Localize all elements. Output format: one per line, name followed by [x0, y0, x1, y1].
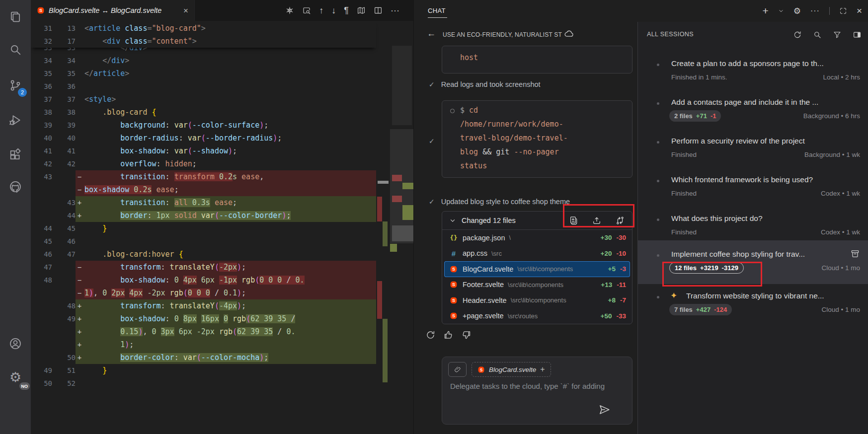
compare-changes-icon[interactable] [615, 216, 625, 225]
chat-input-box[interactable]: S BlogCard.svelte + Delegate tasks to th… [442, 357, 632, 425]
openai-icon[interactable] [285, 6, 294, 15]
send-icon[interactable] [598, 403, 611, 416]
panel-layout-icon[interactable] [853, 30, 862, 39]
more-ellipsis-icon[interactable]: ··· [810, 6, 820, 15]
refresh-icon[interactable] [425, 330, 436, 340]
deletions: -30 [616, 234, 626, 241]
activity-item-search[interactable] [0, 37, 31, 63]
session-item[interactable]: Implement coffee shop styling for trav..… [638, 240, 868, 284]
session-item[interactable]: ✦Transform website styling to vibrant ne… [638, 282, 868, 321]
code-area[interactable]: 3333 </div>3434 </div>3535</article>3636… [31, 21, 413, 434]
activity-item-source-control[interactable]: 2 [0, 72, 31, 98]
close-icon[interactable]: × [183, 6, 188, 15]
map-icon[interactable] [357, 6, 366, 15]
activity-bar: 2⚙NO [0, 0, 31, 434]
chip-file-label: BlogCard.svelte [489, 366, 536, 373]
code-row: 48+ transform: translateY(-4px); [31, 299, 413, 312]
session-dot-icon [657, 218, 659, 221]
activity-item-github[interactable] [0, 174, 31, 200]
activity-item-extensions[interactable] [0, 142, 31, 168]
additions: +20 [601, 250, 612, 257]
task-title[interactable]: USE AN ECO-FRIENDLY, NATURALIST STYLING … [443, 31, 562, 38]
code-row: 48− box-shadow: 0 4px 6px -1px rgb(0 0 0… [31, 274, 413, 287]
close-icon[interactable]: × [857, 5, 862, 16]
filter-icon[interactable] [833, 30, 842, 39]
minimap-block [392, 225, 413, 241]
code-row: 4445 } [31, 222, 413, 235]
changed-files-actions [568, 216, 625, 225]
search-icon[interactable] [813, 30, 822, 39]
attach-button[interactable] [448, 362, 467, 377]
tab-chat[interactable]: CHAT [428, 7, 446, 14]
file-row-package-json[interactable]: {}package.json\+30-30 [444, 230, 630, 246]
code-row: 49+ box-shadow: 0 8px 16px 0 rgb(62 39 3… [31, 312, 413, 325]
sticky-scroll: 3113<article class="blog-card">3217 <div… [31, 22, 376, 48]
activity-item-account[interactable] [0, 331, 31, 357]
chevron-down-icon[interactable] [449, 217, 456, 224]
github-icon [8, 180, 22, 194]
chat-input-placeholder[interactable]: Delegate tasks to the cloud, type `#` fo… [450, 382, 631, 390]
code-row: 47− transform: translateY(-2px); [31, 261, 413, 274]
session-status: Finished in 1 mins. [671, 73, 727, 81]
session-dot-icon [657, 296, 659, 298]
file-row-header-svelte[interactable]: SHeader.svelte\src\lib\components+8-7 [444, 292, 630, 308]
file-row-footer-svelte[interactable]: SFooter.svelte\src\lib\components+13-11 [444, 277, 630, 293]
deletions: -3 [620, 265, 626, 273]
code-row: 3939 background: var(--color-surface); [31, 119, 413, 132]
activity-item-run-debug[interactable] [0, 107, 31, 133]
feedback-toolbar [425, 330, 472, 340]
session-item[interactable]: Perform a security review of the project… [638, 127, 868, 166]
minimap-scrollbar[interactable] [376, 42, 413, 434]
svg-text:S: S [480, 367, 483, 372]
terminal-line: blog && git --no-pager [460, 145, 568, 159]
archive-icon[interactable] [850, 249, 860, 259]
tab-blogcard-diff[interactable]: S BlogCard.svelte ↔ BlogCard.svelte × [31, 0, 195, 21]
chevron-down-icon[interactable] [778, 8, 784, 14]
session-item[interactable]: Add a contacts page and include it in th… [638, 88, 868, 127]
diff-files-icon[interactable] [568, 216, 578, 225]
search-icon [8, 43, 22, 57]
file-row-app-css[interactable]: #app.css\src+20-10 [444, 246, 630, 262]
arrow-down-icon[interactable]: ↓ [331, 5, 336, 16]
changed-files-card: Changed 12 files {}package.json\+30-30#a… [442, 211, 632, 324]
thumbs-up-icon[interactable] [443, 330, 454, 340]
code-row: 4647 .blog-card:hover { [31, 248, 413, 261]
tab-title: BlogCard.svelte ↔ BlogCard.svelte [49, 6, 161, 14]
session-meta: Local • 2 hrs [823, 73, 860, 81]
file-row--page-svelte[interactable]: S+page.svelte\src\routes+50-33 [444, 308, 630, 324]
code-row: 44+ border: 1px solid var(--color-border… [31, 209, 413, 222]
activity-item-files[interactable] [0, 4, 31, 30]
session-dot-icon [657, 180, 659, 182]
extensions-icon [8, 148, 22, 162]
session-item[interactable]: Create a plan to add a sponsors page to … [638, 50, 868, 88]
activity-item-settings-gear[interactable]: ⚙NO [0, 364, 31, 390]
session-item[interactable]: Which frontend framework is being used?F… [638, 166, 868, 205]
plus-icon[interactable]: + [762, 5, 768, 17]
file-row-blogcard-svelte[interactable]: SBlogCard.svelte\src\lib\components+5-3 [444, 261, 630, 277]
context-chip-blogcard[interactable]: S BlogCard.svelte + [472, 362, 551, 377]
gear-icon[interactable]: ⚙ [793, 6, 801, 16]
code-row: 4141 box-shadow: var(--shadow); [31, 145, 413, 157]
step-label: Updated blog style to coffee shop theme [441, 197, 570, 207]
divider [829, 7, 830, 15]
ellipsis-icon[interactable]: ··· [391, 5, 399, 16]
refresh-icon[interactable] [793, 30, 802, 39]
session-title: Add a contacts page and include it in th… [671, 98, 846, 107]
thumbs-down-icon[interactable] [461, 330, 472, 340]
svelte-icon: S [37, 6, 45, 14]
apply-changes-icon[interactable] [592, 216, 602, 225]
changed-files-header[interactable]: Changed 12 files [442, 212, 632, 230]
code-row: + 0.15), 0 3px 6px -2px rgb(62 39 35 / 0… [31, 325, 413, 338]
session-meta: Codex • 1 wk [821, 190, 860, 197]
editor-toolbar: ↑↓¶··· [285, 0, 413, 21]
pilcrow-icon[interactable]: ¶ [344, 5, 349, 16]
chip-add-button[interactable]: + [540, 365, 545, 374]
arrow-up-icon[interactable]: ↑ [319, 5, 323, 16]
files-changed-badge: 7 files+427-124 [669, 304, 732, 315]
session-item[interactable]: What does this project do?FinishedCodex … [638, 205, 868, 243]
back-icon[interactable]: ← [427, 28, 436, 39]
split-editor-icon[interactable] [374, 6, 383, 15]
maximize-icon[interactable] [839, 7, 847, 15]
session-meta: Cloud • 1 mo [821, 306, 860, 313]
open-preview-icon[interactable] [302, 6, 311, 15]
